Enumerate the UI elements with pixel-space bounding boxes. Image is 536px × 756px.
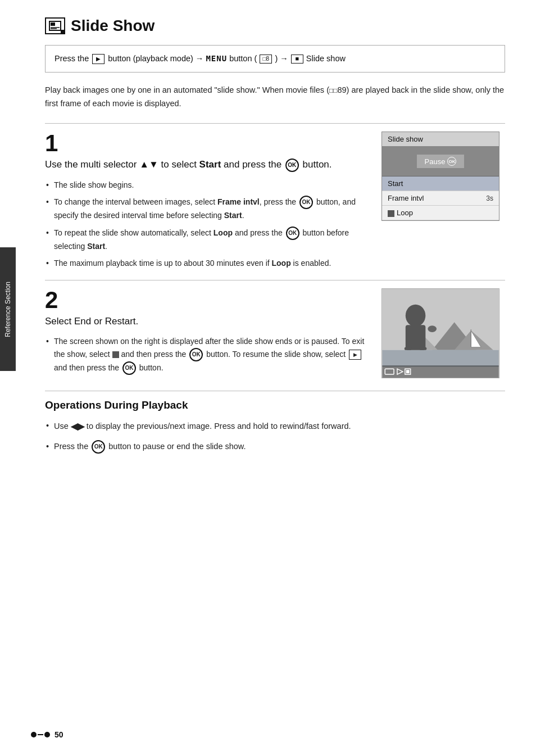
step2-number: 2 — [45, 288, 370, 312]
svg-rect-20 — [406, 370, 410, 373]
lr-arrows-icon: ◀▶ — [71, 422, 84, 431]
pause-ok-icon: OK — [447, 157, 456, 166]
step1-left: 1 Use the multi selector ▲▼ to select St… — [45, 132, 370, 274]
dot-icon-2 — [44, 732, 50, 737]
page-title: Slide Show — [71, 17, 155, 35]
step2-left: 2 Select End or Restart. The screen show… — [45, 288, 370, 379]
step1-number: 1 — [45, 132, 370, 155]
step1-bullet-4: The maximum playback time is up to about… — [45, 257, 370, 269]
step2-container: 2 Select End or Restart. The screen show… — [45, 288, 505, 379]
slideshow-ui: Slide show Pause OK Start Frame intvl 3s — [381, 132, 499, 221]
step1-bullet-3: To repeat the slide show automatically, … — [45, 227, 370, 253]
ok-btn-step2b: OK — [122, 361, 136, 375]
stop-icon — [112, 351, 119, 358]
slideshow-menu-icon: ■ — [291, 55, 303, 64]
step2-instruction: Select End or Restart. — [45, 314, 370, 329]
instruction-text: Press the ▶ button (playback mode) → MEN… — [54, 54, 346, 63]
menu-label: MENU — [206, 54, 227, 63]
step1-instruction: Use the multi selector ▲▼ to select Star… — [45, 157, 370, 172]
ok-btn-2: OK — [299, 196, 313, 209]
instruction-box: Press the ▶ button (playback mode) → MEN… — [45, 45, 505, 73]
camera-illustration — [381, 288, 499, 378]
ref-page-icon: □8 — [260, 55, 272, 64]
page: Reference Section Slide Show Press the ▶… — [0, 0, 536, 756]
step1-right: Slide show Pause OK Start Frame intvl 3s — [381, 132, 505, 274]
step2-bullet-1: The screen shown on the right is display… — [45, 335, 370, 375]
ui-item-start: Start — [382, 176, 499, 191]
page-footer: 50 — [31, 730, 505, 739]
sidebar-tab: Reference Section — [0, 247, 16, 371]
ok-btn-ops: OK — [92, 440, 105, 454]
step1-container: 1 Use the multi selector ▲▼ to select St… — [45, 132, 505, 274]
section-divider-3 — [45, 391, 505, 391]
ui-frame-value: 3s — [486, 194, 493, 202]
ui-start-label: Start — [388, 179, 403, 188]
svg-rect-8 — [382, 350, 498, 366]
ops-bullet-2: Press the OK button to pause or end the … — [45, 440, 505, 454]
pause-label: Pause — [425, 157, 446, 166]
operations-section: Operations During Playback Use ◀▶ to dis… — [45, 399, 505, 454]
svg-point-11 — [406, 304, 426, 327]
ops-bullet-1: Use ◀▶ to display the previous/next imag… — [45, 419, 505, 434]
intro-text: Play back images one by one in an automa… — [45, 84, 505, 111]
svg-rect-12 — [406, 325, 426, 350]
ui-item-frame-intvl: Frame intvl 3s — [382, 191, 499, 206]
ok-btn-step2a: OK — [189, 348, 203, 361]
svg-rect-14 — [419, 347, 426, 350]
section-divider-2 — [45, 280, 505, 280]
operations-title: Operations During Playback — [45, 399, 505, 411]
step2-right — [381, 288, 505, 379]
ui-frame-label: Frame intvl — [388, 194, 424, 202]
playback-button-icon: ▶ — [92, 54, 105, 64]
step1-bullet-1: The slide show begins. — [45, 179, 370, 191]
ui-pause-area: Pause OK — [382, 147, 499, 176]
step1-bullets: The slide show begins. To change the int… — [45, 179, 370, 270]
svg-rect-1 — [51, 22, 55, 26]
page-title-area: Slide Show — [45, 17, 505, 35]
step1-bullet-2: To change the interval between images, s… — [45, 196, 370, 222]
connector-line — [38, 734, 43, 735]
ui-loop-label: Loop — [388, 209, 413, 217]
ui-item-loop: Loop — [382, 206, 499, 220]
play-icon-step2: ▶ — [349, 350, 361, 360]
sidebar-label: Reference Section — [4, 282, 12, 337]
svg-point-15 — [428, 325, 437, 332]
ui-header: Slide show — [382, 132, 499, 147]
footer-icon — [31, 732, 50, 737]
section-divider-1 — [45, 123, 505, 124]
step2-bullets: The screen shown on the right is display… — [45, 335, 370, 375]
dot-icon-1 — [31, 732, 37, 737]
slideshow-title-icon — [45, 17, 65, 34]
svg-rect-13 — [405, 347, 412, 350]
ok-btn-3: OK — [286, 227, 299, 240]
loop-square-icon — [388, 210, 394, 217]
svg-rect-16 — [382, 365, 498, 378]
page-number: 50 — [54, 730, 63, 739]
pause-button: Pause OK — [417, 155, 465, 168]
ok-button-icon: OK — [285, 159, 299, 172]
operations-bullets: Use ◀▶ to display the previous/next imag… — [45, 419, 505, 454]
